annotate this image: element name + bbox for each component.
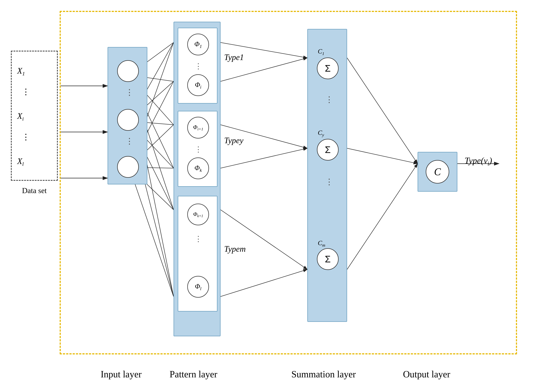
pattern-sub-type1: Φ1 ⋮ Φi (178, 28, 218, 104)
input-layer-label: Input layer (87, 369, 155, 379)
pattern-sub-typem: Φk+1 ⋮ Φl (178, 196, 218, 312)
phii1-node: Φi+1 (187, 117, 209, 139)
type-vi-label: Type(vi) (465, 155, 492, 167)
summation-layer-box: C1 Σ ⋮ Cy Σ ⋮ Cm Σ (307, 29, 347, 322)
input-node-3 (117, 156, 139, 178)
xi-label: Xi (17, 111, 24, 122)
output-layer-box: C (418, 152, 457, 192)
pattern-sub-typey: Φi+1 ⋮ Φk (178, 111, 218, 187)
typey-label: Typey (224, 135, 243, 145)
phi1-node: Φ1 (187, 34, 209, 55)
sigmay-node: Σ (317, 139, 339, 161)
dataset-box: X1 ⋮ Xi ⋮ Xl (11, 51, 58, 181)
summation-layer-label: Summation layer (284, 369, 363, 379)
dataset-label: Data set (11, 186, 58, 195)
pattern-layer-label: Pattern layer (154, 369, 233, 379)
sigmam-node: Σ (317, 248, 339, 270)
output-layer-label: Output layer (394, 369, 459, 379)
phil-node: Φl (187, 276, 209, 298)
pattern-layer-outer: Φ1 ⋮ Φi Φi+1 ⋮ Φk Φk+1 (173, 22, 221, 336)
input-layer-box: ⋮ ⋮ (107, 47, 147, 184)
output-c-node: C (426, 160, 449, 183)
x1-label: X1 (17, 66, 25, 77)
input-node-2 (117, 109, 139, 131)
input-node-1 (117, 60, 139, 82)
phik-node: Φk (187, 158, 209, 179)
main-diagram: X1 ⋮ Xi ⋮ Xl Data set ⋮ ⋮ (11, 11, 525, 380)
type1-label: Type1 (224, 52, 244, 62)
phii-node: Φi (187, 74, 209, 96)
phik1-node: Φk+1 (187, 204, 209, 225)
xl-label: Xl (17, 156, 24, 167)
sigma1-node: Σ (317, 57, 339, 79)
typem-label: Typem (224, 244, 246, 254)
